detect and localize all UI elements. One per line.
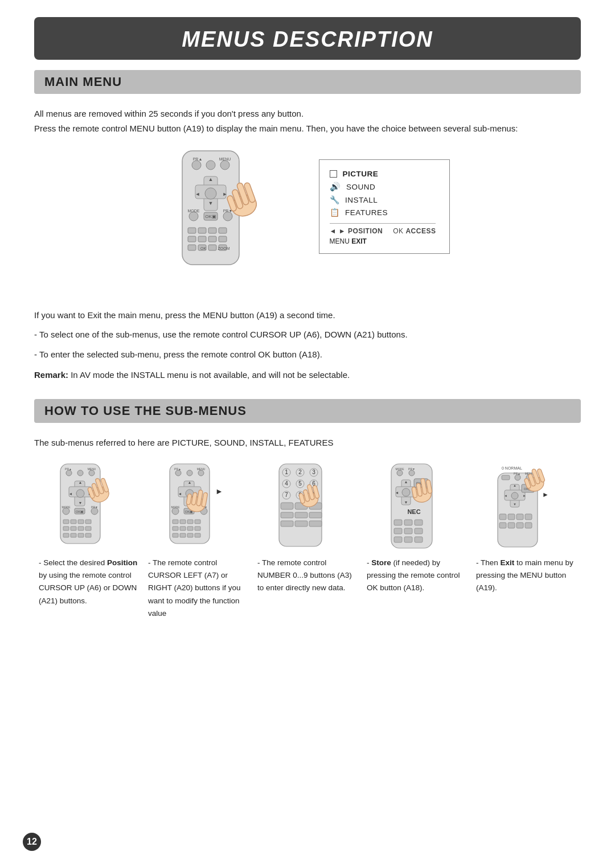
- svg-text:3: 3: [312, 469, 315, 475]
- svg-text:▼: ▼: [513, 503, 516, 506]
- submenus-section: HOW TO USE THE SUB-MENUS The sub-menus r…: [34, 399, 581, 620]
- svg-text:◄: ◄: [195, 191, 200, 197]
- svg-text:MODE: MODE: [396, 467, 405, 471]
- intro-text: All menus are removed within 25 seconds …: [34, 106, 581, 135]
- svg-text:PR▲: PR▲: [192, 157, 202, 161]
- svg-text:PR▲: PR▲: [174, 467, 181, 471]
- svg-text:5: 5: [298, 480, 302, 487]
- step-5-text: - Then Exit to main menu by pressing the…: [474, 557, 579, 595]
- svg-rect-190: [499, 514, 506, 520]
- svg-text:1: 1: [285, 469, 288, 475]
- svg-text:►: ►: [542, 491, 549, 499]
- svg-rect-61: [63, 526, 69, 530]
- svg-point-46: [76, 489, 84, 497]
- svg-text:►: ►: [222, 191, 227, 197]
- svg-rect-98: [180, 526, 186, 530]
- svg-rect-193: [525, 514, 532, 520]
- svg-point-76: [187, 470, 192, 476]
- menu-divider: [330, 223, 436, 224]
- svg-point-77: [198, 470, 204, 476]
- step-3-text: - The remote control NUMBER 0...9 button…: [255, 557, 360, 595]
- svg-rect-20: [198, 228, 206, 233]
- svg-text:OK▣: OK▣: [76, 510, 84, 513]
- svg-rect-133: [281, 512, 293, 518]
- svg-text:0  NORMAL: 0 NORMAL: [502, 466, 522, 470]
- menu-footer-access: OK ACCESS: [393, 227, 436, 235]
- menu-item-features: 📋 FEATURES: [330, 206, 436, 219]
- svg-rect-27: [188, 245, 196, 250]
- step-1-text: - Select the desired Position by using t…: [36, 557, 141, 607]
- svg-rect-96: [195, 520, 200, 524]
- remark-content: In AV mode the INSTALL menu is not avail…: [71, 370, 350, 380]
- svg-rect-102: [180, 533, 186, 537]
- svg-rect-166: [404, 537, 412, 542]
- svg-text:►: ►: [523, 494, 526, 497]
- step-4-image: MODE PR▼ OK▣ ▲ ▼ ◄ ► NEC: [377, 463, 457, 551]
- svg-point-1: [192, 161, 201, 170]
- svg-rect-58: [71, 520, 76, 524]
- submenus-intro: The sub-menus referred to here are PICTU…: [34, 435, 581, 450]
- svg-rect-194: [499, 523, 506, 528]
- svg-rect-64: [85, 526, 91, 530]
- svg-rect-167: [415, 537, 423, 542]
- svg-rect-99: [187, 526, 193, 530]
- illustration-row: PR▲ MENU ▲ ▼ ◄ ► MODE OK▣ PR▼: [34, 148, 581, 292]
- svg-text:OK: OK: [200, 246, 206, 250]
- menu-box-illustration: PICTURE 🔊 SOUND 🔧 INSTALL 📋 FEATURES ◄ ►…: [319, 159, 450, 254]
- sound-icon: 🔊: [330, 182, 341, 192]
- menu-footer: ◄ ► POSITION OK ACCESS: [330, 227, 436, 235]
- svg-rect-19: [188, 228, 196, 233]
- install-icon: 🔧: [330, 195, 340, 204]
- remote-illustration: PR▲ MENU ▲ ▼ ◄ ► MODE OK▣ PR▼: [165, 148, 285, 292]
- svg-rect-175: [502, 475, 510, 480]
- svg-rect-95: [187, 520, 193, 524]
- svg-text:PR▲: PR▲: [514, 472, 520, 475]
- svg-text:▲: ▲: [513, 484, 516, 487]
- svg-text:MENU: MENU: [197, 467, 206, 471]
- svg-rect-62: [71, 526, 76, 530]
- svg-text:▲: ▲: [79, 480, 83, 484]
- svg-rect-24: [198, 236, 206, 242]
- svg-rect-137: [295, 521, 308, 526]
- menu-item-install: 🔧 INSTALL: [330, 194, 436, 206]
- svg-rect-134: [295, 512, 308, 518]
- svg-text:PR▼: PR▼: [91, 505, 98, 509]
- svg-text:OK▣: OK▣: [205, 214, 216, 219]
- features-icon: 📋: [330, 208, 340, 217]
- svg-rect-160: [404, 520, 412, 525]
- svg-rect-59: [78, 520, 84, 524]
- svg-text:NEC: NEC: [407, 508, 420, 515]
- body-text-ok: - To enter the selected sub-menu, press …: [34, 347, 581, 362]
- svg-point-182: [511, 492, 518, 499]
- svg-rect-67: [78, 533, 84, 537]
- body-text-exit: If you want to Exit the main menu, press…: [34, 308, 581, 323]
- page-title: MENUS DESCRIPTION: [34, 17, 581, 60]
- step-1-image: PR▲ MENU ▲ ▼ ◄ ► MODE OK▣: [49, 463, 129, 551]
- svg-text:▼: ▼: [208, 200, 213, 206]
- step-4-text: - Store (if needed) by pressing the remo…: [364, 557, 469, 595]
- svg-point-3: [220, 161, 229, 170]
- svg-rect-144: [391, 464, 432, 548]
- svg-point-41: [89, 470, 95, 476]
- svg-text:▼: ▼: [79, 501, 83, 505]
- svg-rect-136: [281, 521, 293, 526]
- svg-text:►: ►: [215, 487, 223, 496]
- svg-rect-25: [208, 236, 216, 242]
- svg-rect-161: [415, 520, 423, 525]
- svg-rect-21: [208, 228, 216, 233]
- svg-rect-192: [516, 514, 523, 520]
- svg-rect-103: [187, 533, 193, 537]
- svg-text:◄: ◄: [395, 491, 399, 495]
- svg-rect-165: [394, 537, 402, 542]
- body-text-cursor: - To select one of the sub-menus, use th…: [34, 327, 581, 342]
- svg-text:▲: ▲: [188, 480, 192, 484]
- svg-text:4: 4: [285, 480, 288, 487]
- svg-text:MENU: MENU: [219, 157, 231, 161]
- step-5: 0 NORMAL PR▲ MENU ▲ ▼: [472, 463, 581, 595]
- svg-rect-97: [173, 526, 178, 530]
- svg-point-17: [223, 212, 232, 221]
- svg-rect-159: [394, 520, 402, 525]
- step-3: 1 2 3 4 5 6 7 8 9: [253, 463, 362, 595]
- svg-text:▲: ▲: [208, 176, 213, 182]
- svg-rect-138: [309, 521, 322, 526]
